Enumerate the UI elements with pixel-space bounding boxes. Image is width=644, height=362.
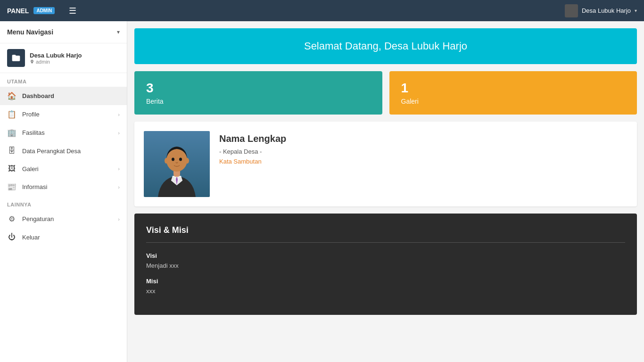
sidebar-item-galeri[interactable]: 🖼 Galeri › (0, 160, 127, 178)
sidebar-header: Menu Navigasi ▾ (0, 21, 127, 43)
sidebar-user-name: Desa Lubuk Harjo (30, 52, 82, 59)
svg-point-4 (172, 158, 174, 161)
sidebar-user: Desa Lubuk Harjo admin (0, 43, 127, 73)
topbar: PANEL ADMIN ☰ Desa Lubuk Harjo ▾ (0, 0, 644, 21)
galeri-arrow-icon: › (118, 166, 120, 172)
sidebar: Menu Navigasi ▾ Desa Lubuk Harjo admin U… (0, 21, 127, 362)
visi-label: Visi (146, 252, 625, 259)
sidebar-item-informasi-label: Informasi (22, 183, 47, 190)
misi-label: Misi (146, 278, 625, 285)
welcome-banner: Selamat Datang, Desa Lubuk Harjo (134, 28, 637, 64)
stat-galeri-number: 1 (401, 81, 626, 96)
topbar-right: Desa Lubuk Harjo ▾ (565, 4, 637, 17)
topbar-left: PANEL ADMIN ☰ (7, 6, 76, 16)
visi-misi-title: Visi & Misi (146, 225, 625, 235)
informasi-arrow-icon: › (118, 184, 120, 190)
sidebar-item-dashboard[interactable]: 🏠 Dashboard (0, 87, 127, 105)
profile-icon: 📋 (7, 110, 17, 119)
sidebar-item-profile[interactable]: 📋 Profile › (0, 105, 127, 123)
informasi-icon: 📰 (7, 182, 17, 191)
stat-galeri-label: Galeri (401, 98, 626, 105)
stat-berita-number: 3 (146, 81, 371, 96)
main-content: Selamat Datang, Desa Lubuk Harjo 3 Berit… (127, 21, 644, 362)
sidebar-item-profile-label: Profile (22, 111, 40, 118)
sidebar-item-fasilitas-label: Fasilitas (22, 129, 45, 136)
visi-misi-section: Visi & Misi Visi Menjadi xxx Misi xxx (134, 214, 637, 315)
main-layout: Menu Navigasi ▾ Desa Lubuk Harjo admin U… (0, 21, 644, 362)
sidebar-item-galeri-label: Galeri (22, 165, 39, 173)
fasilitas-arrow-icon: › (118, 130, 120, 136)
sidebar-user-folder-icon (7, 49, 25, 67)
kepala-photo (144, 131, 210, 197)
kepala-info: Nama Lengkap - Kepala Desa - Kata Sambut… (219, 131, 286, 165)
sidebar-item-pengaturan[interactable]: ⚙ Pengaturan › (0, 210, 127, 228)
stat-galeri: 1 Galeri (389, 71, 637, 115)
kepala-sambutan-link[interactable]: Kata Sambutan (219, 158, 286, 165)
misi-text: xxx (146, 288, 625, 295)
topbar-dropdown-arrow[interactable]: ▾ (635, 8, 637, 13)
panel-label: PANEL (7, 7, 29, 15)
stat-berita-label: Berita (146, 98, 371, 105)
admin-badge: ADMIN (33, 7, 55, 14)
svg-point-3 (166, 149, 187, 172)
user-avatar-small (565, 4, 578, 17)
data-perangkat-icon: 🗄 (7, 147, 17, 155)
sidebar-item-data-perangkat-label: Data Perangkat Desa (22, 148, 81, 155)
svg-point-6 (165, 158, 168, 164)
keluar-icon: ⏻ (7, 233, 17, 241)
svg-point-7 (185, 158, 189, 164)
stats-row: 3 Berita 1 Galeri (134, 71, 637, 115)
sidebar-item-pengaturan-label: Pengaturan (22, 215, 54, 222)
visi-text: Menjadi xxx (146, 262, 625, 269)
sidebar-user-info: Desa Lubuk Harjo admin (30, 52, 82, 65)
sidebar-user-role: admin (30, 59, 82, 65)
topbar-user-name: Desa Lubuk Harjo (582, 7, 631, 14)
pengaturan-arrow-icon: › (118, 216, 120, 222)
kepala-desa-card: Nama Lengkap - Kepala Desa - Kata Sambut… (134, 122, 637, 206)
welcome-text: Selamat Datang, Desa Lubuk Harjo (304, 40, 467, 52)
pengaturan-icon: ⚙ (7, 214, 17, 223)
sidebar-item-keluar[interactable]: ⏻ Keluar (0, 228, 127, 246)
sidebar-item-dashboard-label: Dashboard (22, 92, 54, 99)
sidebar-menu-title: Menu Navigasi (7, 28, 53, 36)
sidebar-item-data-perangkat[interactable]: 🗄 Data Perangkat Desa (0, 142, 127, 160)
sidebar-header-chevron[interactable]: ▾ (117, 29, 120, 35)
sidebar-section-utama: UTAMA (0, 73, 127, 87)
sidebar-item-keluar-label: Keluar (22, 234, 40, 241)
profile-arrow-icon: › (118, 112, 120, 117)
hamburger-icon[interactable]: ☰ (69, 6, 76, 16)
stat-berita: 3 Berita (134, 71, 382, 115)
galeri-icon: 🖼 (7, 165, 17, 173)
kepala-title: - Kepala Desa - (219, 148, 286, 155)
sidebar-section-lainnya: LAINNYA (0, 196, 127, 210)
sidebar-item-fasilitas[interactable]: 🏢 Fasilitas › (0, 123, 127, 142)
dashboard-icon: 🏠 (7, 91, 17, 100)
fasilitas-icon: 🏢 (7, 128, 17, 137)
visi-misi-divider (146, 242, 625, 243)
kepala-name: Nama Lengkap (219, 133, 286, 144)
svg-point-5 (179, 158, 182, 161)
sidebar-item-informasi[interactable]: 📰 Informasi › (0, 178, 127, 196)
